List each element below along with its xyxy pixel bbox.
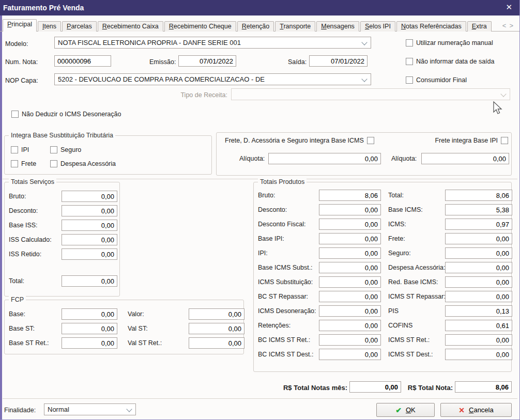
- nop-capa-combo[interactable]: 5202 - DEVOLUCAO DE COMPRA PARA COMERCIA…: [54, 73, 371, 85]
- field-input[interactable]: [445, 305, 512, 317]
- tab-scroll-right-icon[interactable]: >: [509, 22, 516, 29]
- field-input[interactable]: [189, 323, 244, 334]
- checkbox-box[interactable]: [50, 146, 57, 153]
- field-input[interactable]: [62, 337, 117, 349]
- checkbox-box[interactable]: [501, 137, 508, 144]
- ok-button[interactable]: ✔ OK: [376, 403, 435, 417]
- checkbox-box[interactable]: [11, 160, 18, 167]
- checkbox-label: IPI: [21, 146, 29, 153]
- checkbox-label: Utilizar numeração manual: [416, 39, 493, 46]
- field-input[interactable]: [62, 234, 117, 245]
- tab-selos-ipi[interactable]: Selos IPI: [360, 21, 395, 32]
- field-input[interactable]: [319, 233, 381, 244]
- tab-itens[interactable]: Itens: [38, 21, 61, 32]
- field-input[interactable]: [319, 247, 381, 259]
- checkbox-box[interactable]: [11, 146, 18, 153]
- field-label: BC ICMS ST Dest.:: [258, 351, 313, 358]
- tab-principal[interactable]: Principal: [3, 19, 37, 32]
- total-nota-input[interactable]: [455, 381, 512, 393]
- field-input[interactable]: [62, 308, 117, 320]
- field-input[interactable]: [445, 291, 512, 302]
- num-nota-input[interactable]: [54, 55, 111, 67]
- field-input[interactable]: [319, 334, 381, 346]
- checkbox-box[interactable]: [406, 76, 413, 84]
- field-input[interactable]: [445, 233, 512, 244]
- aliquota-icms-input[interactable]: [268, 153, 381, 164]
- tab-scroll-left-icon[interactable]: <: [502, 22, 510, 29]
- field-input[interactable]: [319, 276, 381, 288]
- field-input[interactable]: [189, 308, 244, 320]
- modelo-combo[interactable]: NOTA FISCAL ELETRONICA PROPRIA - DANFE S…: [54, 37, 371, 49]
- field-input[interactable]: [445, 320, 512, 331]
- field-input[interactable]: [62, 248, 117, 260]
- field-input[interactable]: [319, 349, 381, 360]
- field-input[interactable]: [319, 190, 381, 201]
- despesa-acessoria-checkbox[interactable]: Despesa Acessória: [50, 160, 116, 167]
- checkbox-box[interactable]: [406, 39, 413, 46]
- field-input[interactable]: [445, 334, 512, 346]
- field-input[interactable]: [445, 262, 512, 273]
- cancela-button[interactable]: ✕ Cancela: [440, 403, 512, 417]
- finalidade-combo[interactable]: Normal: [44, 403, 136, 415]
- tipo-receita-combo[interactable]: [231, 88, 510, 100]
- modelo-label: Modelo:: [5, 40, 28, 48]
- tab-scroll-arrows[interactable]: <>: [502, 22, 516, 29]
- field-input[interactable]: [62, 323, 117, 334]
- field-input[interactable]: [445, 276, 512, 288]
- checkbox-box[interactable]: [50, 160, 57, 167]
- field-input[interactable]: [62, 205, 117, 216]
- chevron-down-icon: [126, 406, 132, 412]
- field-input[interactable]: [319, 291, 381, 302]
- seguro-checkbox[interactable]: Seguro: [50, 146, 81, 153]
- aliquota-ipi-label: Alíquota:: [391, 155, 417, 162]
- total-notas-mes-input[interactable]: [349, 381, 401, 393]
- nao-deduzir-icms-checkbox[interactable]: Não Deduzir o ICMS Desoneração: [11, 111, 121, 118]
- field-input[interactable]: [445, 190, 512, 201]
- utilizar-numeracao-checkbox[interactable]: Utilizar numeração manual: [406, 39, 493, 46]
- tab-notas-referenciadas[interactable]: Notas Referênciadas: [396, 21, 466, 32]
- tab-recebimento-caixa[interactable]: Recebimento Caixa: [98, 21, 163, 32]
- tab-parcelas[interactable]: Parcelas: [62, 21, 97, 32]
- emissao-input[interactable]: [178, 55, 236, 67]
- saida-label: Saída:: [288, 58, 307, 66]
- tab-transporte[interactable]: Transporte: [275, 21, 315, 32]
- frete-checkbox[interactable]: Frete: [11, 160, 36, 167]
- close-icon[interactable]: ✕: [506, 3, 512, 12]
- field-input[interactable]: [319, 204, 381, 215]
- ipi-checkbox[interactable]: IPI: [11, 146, 29, 153]
- field-label: Bruto:: [9, 193, 26, 200]
- saida-input[interactable]: [309, 55, 368, 67]
- tab-retencao[interactable]: Retenção: [237, 21, 274, 32]
- field-label: ICMS ST Ret.:: [388, 336, 430, 344]
- aliquota-ipi-input[interactable]: [421, 153, 509, 164]
- checkbox-label: Não Deduzir o ICMS Desoneração: [22, 111, 121, 118]
- consumidor-final-checkbox[interactable]: Consumidor Final: [406, 76, 467, 84]
- frete-integra-icms-checkbox[interactable]: Frete, D. Acessória e Seguro integra Bas…: [225, 137, 374, 144]
- field-label: ISS Calculado:: [9, 236, 52, 243]
- checkbox-box[interactable]: [11, 111, 19, 118]
- checkbox-box[interactable]: [406, 58, 413, 65]
- tab-strip: Principal Itens Parcelas Recebimento Cai…: [3, 19, 493, 32]
- field-input[interactable]: [319, 320, 381, 331]
- tab-recebimento-cheque[interactable]: Recebimento Cheque: [164, 21, 236, 32]
- field-input[interactable]: [189, 337, 244, 349]
- field-input[interactable]: [62, 275, 117, 287]
- field-input[interactable]: [319, 262, 381, 273]
- tab-mensagens[interactable]: Mensagens: [316, 21, 359, 32]
- checkbox-box[interactable]: [367, 137, 374, 144]
- field-input[interactable]: [445, 219, 512, 230]
- field-label: Desconto:: [9, 207, 38, 214]
- title-bar: Faturamento Pré Venda ✕: [0, 0, 519, 15]
- field-input[interactable]: [445, 247, 512, 259]
- field-input[interactable]: [62, 220, 117, 231]
- frete-base-panel: Frete, D. Acessória e Seguro integra Bas…: [216, 132, 512, 176]
- field-input[interactable]: [319, 305, 381, 317]
- field-input[interactable]: [319, 219, 381, 230]
- frete-integra-ipi-checkbox[interactable]: Frete integra Base IPI: [435, 137, 508, 144]
- nao-informar-saida-checkbox[interactable]: Não informar data de saída: [406, 58, 494, 65]
- tab-extra[interactable]: Extra: [467, 21, 492, 32]
- field-label: BC ST Repassar:: [258, 293, 308, 300]
- field-input[interactable]: [445, 349, 512, 360]
- field-input[interactable]: [445, 204, 512, 215]
- field-input[interactable]: [62, 191, 117, 202]
